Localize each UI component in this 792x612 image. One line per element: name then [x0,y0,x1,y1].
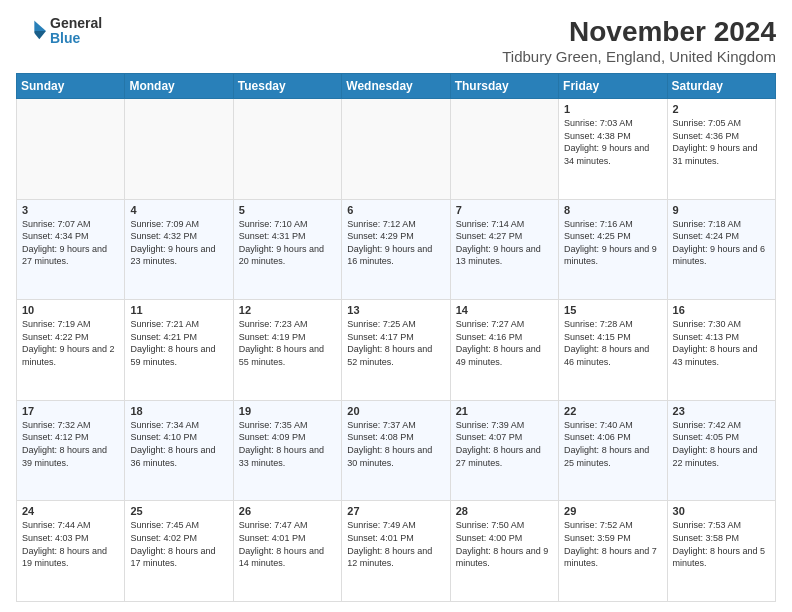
day-number: 25 [130,505,227,517]
day-info: Sunrise: 7:53 AMSunset: 3:58 PMDaylight:… [673,519,770,569]
day-number: 14 [456,304,553,316]
day-info: Sunrise: 7:18 AMSunset: 4:24 PMDaylight:… [673,218,770,268]
day-info: Sunrise: 7:23 AMSunset: 4:19 PMDaylight:… [239,318,336,368]
day-number: 16 [673,304,770,316]
logo-general: General [50,16,102,31]
svg-rect-2 [16,16,34,46]
calendar-cell: 28Sunrise: 7:50 AMSunset: 4:00 PMDayligh… [450,501,558,602]
day-info: Sunrise: 7:16 AMSunset: 4:25 PMDaylight:… [564,218,661,268]
calendar-header-monday: Monday [125,74,233,99]
day-info: Sunrise: 7:03 AMSunset: 4:38 PMDaylight:… [564,117,661,167]
main-title: November 2024 [502,16,776,48]
calendar-table: SundayMondayTuesdayWednesdayThursdayFrid… [16,73,776,602]
day-info: Sunrise: 7:35 AMSunset: 4:09 PMDaylight:… [239,419,336,469]
day-info: Sunrise: 7:30 AMSunset: 4:13 PMDaylight:… [673,318,770,368]
calendar-cell: 20Sunrise: 7:37 AMSunset: 4:08 PMDayligh… [342,400,450,501]
calendar-cell: 2Sunrise: 7:05 AMSunset: 4:36 PMDaylight… [667,99,775,200]
day-number: 15 [564,304,661,316]
calendar-week-row: 1Sunrise: 7:03 AMSunset: 4:38 PMDaylight… [17,99,776,200]
day-number: 6 [347,204,444,216]
day-info: Sunrise: 7:09 AMSunset: 4:32 PMDaylight:… [130,218,227,268]
calendar-cell: 4Sunrise: 7:09 AMSunset: 4:32 PMDaylight… [125,199,233,300]
day-info: Sunrise: 7:39 AMSunset: 4:07 PMDaylight:… [456,419,553,469]
calendar-cell: 22Sunrise: 7:40 AMSunset: 4:06 PMDayligh… [559,400,667,501]
day-number: 20 [347,405,444,417]
calendar-cell: 8Sunrise: 7:16 AMSunset: 4:25 PMDaylight… [559,199,667,300]
day-info: Sunrise: 7:44 AMSunset: 4:03 PMDaylight:… [22,519,119,569]
title-block: November 2024 Tidbury Green, England, Un… [502,16,776,65]
calendar-cell: 6Sunrise: 7:12 AMSunset: 4:29 PMDaylight… [342,199,450,300]
day-number: 2 [673,103,770,115]
day-info: Sunrise: 7:32 AMSunset: 4:12 PMDaylight:… [22,419,119,469]
calendar-week-row: 17Sunrise: 7:32 AMSunset: 4:12 PMDayligh… [17,400,776,501]
calendar-header-saturday: Saturday [667,74,775,99]
svg-marker-0 [33,20,46,32]
calendar-header-row: SundayMondayTuesdayWednesdayThursdayFrid… [17,74,776,99]
day-number: 28 [456,505,553,517]
logo-blue: Blue [50,31,102,46]
calendar-cell [233,99,341,200]
day-info: Sunrise: 7:45 AMSunset: 4:02 PMDaylight:… [130,519,227,569]
day-info: Sunrise: 7:28 AMSunset: 4:15 PMDaylight:… [564,318,661,368]
day-number: 19 [239,405,336,417]
calendar-cell: 16Sunrise: 7:30 AMSunset: 4:13 PMDayligh… [667,300,775,401]
day-info: Sunrise: 7:42 AMSunset: 4:05 PMDaylight:… [673,419,770,469]
day-info: Sunrise: 7:34 AMSunset: 4:10 PMDaylight:… [130,419,227,469]
day-info: Sunrise: 7:25 AMSunset: 4:17 PMDaylight:… [347,318,444,368]
day-number: 17 [22,405,119,417]
calendar-cell: 12Sunrise: 7:23 AMSunset: 4:19 PMDayligh… [233,300,341,401]
calendar-cell [17,99,125,200]
day-info: Sunrise: 7:14 AMSunset: 4:27 PMDaylight:… [456,218,553,268]
logo-text: General Blue [50,16,102,47]
day-number: 8 [564,204,661,216]
day-number: 4 [130,204,227,216]
calendar-cell [125,99,233,200]
day-info: Sunrise: 7:27 AMSunset: 4:16 PMDaylight:… [456,318,553,368]
calendar-cell: 15Sunrise: 7:28 AMSunset: 4:15 PMDayligh… [559,300,667,401]
day-number: 5 [239,204,336,216]
day-info: Sunrise: 7:21 AMSunset: 4:21 PMDaylight:… [130,318,227,368]
calendar-cell: 14Sunrise: 7:27 AMSunset: 4:16 PMDayligh… [450,300,558,401]
day-info: Sunrise: 7:37 AMSunset: 4:08 PMDaylight:… [347,419,444,469]
calendar-cell: 13Sunrise: 7:25 AMSunset: 4:17 PMDayligh… [342,300,450,401]
logo-icon [16,16,46,46]
day-number: 9 [673,204,770,216]
calendar-cell: 24Sunrise: 7:44 AMSunset: 4:03 PMDayligh… [17,501,125,602]
day-number: 12 [239,304,336,316]
day-number: 26 [239,505,336,517]
calendar-cell: 29Sunrise: 7:52 AMSunset: 3:59 PMDayligh… [559,501,667,602]
calendar-cell: 1Sunrise: 7:03 AMSunset: 4:38 PMDaylight… [559,99,667,200]
calendar-header-thursday: Thursday [450,74,558,99]
day-info: Sunrise: 7:07 AMSunset: 4:34 PMDaylight:… [22,218,119,268]
subtitle: Tidbury Green, England, United Kingdom [502,48,776,65]
calendar-week-row: 24Sunrise: 7:44 AMSunset: 4:03 PMDayligh… [17,501,776,602]
logo: General Blue [16,16,102,47]
day-number: 7 [456,204,553,216]
calendar-header-friday: Friday [559,74,667,99]
calendar-cell: 18Sunrise: 7:34 AMSunset: 4:10 PMDayligh… [125,400,233,501]
calendar-cell: 21Sunrise: 7:39 AMSunset: 4:07 PMDayligh… [450,400,558,501]
day-number: 23 [673,405,770,417]
calendar-cell: 9Sunrise: 7:18 AMSunset: 4:24 PMDaylight… [667,199,775,300]
day-number: 10 [22,304,119,316]
day-info: Sunrise: 7:52 AMSunset: 3:59 PMDaylight:… [564,519,661,569]
day-number: 22 [564,405,661,417]
calendar-cell: 23Sunrise: 7:42 AMSunset: 4:05 PMDayligh… [667,400,775,501]
day-info: Sunrise: 7:12 AMSunset: 4:29 PMDaylight:… [347,218,444,268]
calendar-week-row: 10Sunrise: 7:19 AMSunset: 4:22 PMDayligh… [17,300,776,401]
day-info: Sunrise: 7:50 AMSunset: 4:00 PMDaylight:… [456,519,553,569]
day-number: 18 [130,405,227,417]
day-info: Sunrise: 7:40 AMSunset: 4:06 PMDaylight:… [564,419,661,469]
day-number: 24 [22,505,119,517]
day-number: 27 [347,505,444,517]
day-number: 13 [347,304,444,316]
calendar-cell: 5Sunrise: 7:10 AMSunset: 4:31 PMDaylight… [233,199,341,300]
day-number: 3 [22,204,119,216]
calendar-week-row: 3Sunrise: 7:07 AMSunset: 4:34 PMDaylight… [17,199,776,300]
calendar-cell: 27Sunrise: 7:49 AMSunset: 4:01 PMDayligh… [342,501,450,602]
calendar-cell: 26Sunrise: 7:47 AMSunset: 4:01 PMDayligh… [233,501,341,602]
header: General Blue November 2024 Tidbury Green… [16,16,776,65]
calendar-cell: 17Sunrise: 7:32 AMSunset: 4:12 PMDayligh… [17,400,125,501]
day-info: Sunrise: 7:49 AMSunset: 4:01 PMDaylight:… [347,519,444,569]
calendar-cell: 30Sunrise: 7:53 AMSunset: 3:58 PMDayligh… [667,501,775,602]
